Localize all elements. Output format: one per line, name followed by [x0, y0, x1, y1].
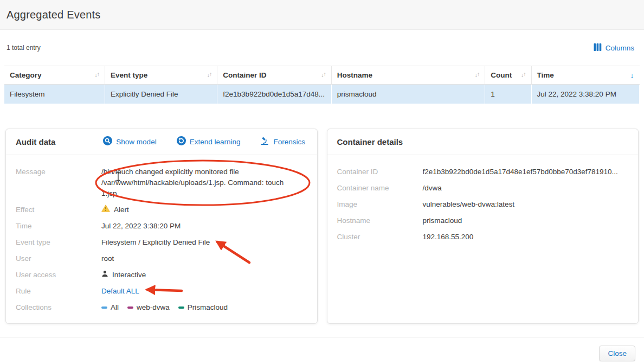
container-field-name: Container name /dvwa: [337, 180, 629, 196]
sort-icon: ↓↑: [94, 72, 99, 78]
extend-learning-icon: [177, 136, 186, 147]
column-header-event-type[interactable]: ↓↑ Event type: [105, 66, 217, 85]
container-field-hostname: Hostname prismacloud: [337, 213, 629, 229]
total-entries-label: 1 total entry: [7, 44, 41, 52]
audit-field-time: Time Jul 22, 2022 3:38:20 PM: [16, 218, 307, 234]
container-hostname-value: prismacloud: [423, 215, 462, 226]
collection-swatch: [127, 306, 133, 309]
column-header-hostname[interactable]: ↓↑ Hostname: [331, 66, 485, 85]
audit-field-effect: Effect Alert: [16, 202, 307, 218]
user-person-icon: [101, 270, 108, 280]
sort-icon: ↓↑: [475, 72, 480, 78]
collection-chip-web-dvwa: web-dvwa: [127, 302, 170, 313]
cell-container-id: f2e1b3b922bd0de1d5a17d48...: [217, 85, 331, 104]
forensics-microscope-icon: [260, 136, 269, 147]
cell-hostname: prismacloud: [331, 85, 485, 104]
audit-message-value: /bin/touch changed explicitly monitored …: [101, 167, 297, 199]
sort-icon: ↓↑: [521, 72, 526, 78]
collection-chip-prismacloud: Prismacloud: [178, 302, 228, 313]
container-image-value: vulnerables/web-dvwa:latest: [423, 199, 515, 210]
close-button[interactable]: Close: [599, 346, 635, 361]
audit-field-collections: Collections All web-dvwa Prismacloud: [16, 299, 307, 316]
table-row[interactable]: Filesystem Explicitly Denied File f2e1b3…: [4, 85, 640, 104]
column-header-time[interactable]: ↓ Time: [531, 66, 639, 85]
container-details-panel: Container details Container ID f2e1b3b92…: [327, 129, 639, 324]
collection-swatch: [178, 306, 184, 309]
audit-time-value: Jul 22, 2022 3:38:20 PM: [101, 221, 181, 232]
page-title: Aggregated Events: [7, 9, 101, 21]
container-field-image: Image vulnerables/web-dvwa:latest: [337, 196, 629, 213]
container-name-value: /dvwa: [423, 183, 442, 194]
container-panel-header: Container details: [327, 129, 639, 155]
sort-icon: ↓↑: [207, 72, 212, 78]
forensics-button[interactable]: Forensics: [260, 136, 305, 147]
audit-panel-title: Audit data: [16, 137, 55, 146]
container-id-value: f2e1b3b922bd0de1d5a17d48e1ef57bd0bbe70d3…: [423, 167, 618, 177]
page-header: Aggregated Events: [0, 0, 644, 30]
show-model-icon: [103, 136, 112, 147]
show-model-button[interactable]: Show model: [103, 136, 156, 147]
column-header-count[interactable]: ↓↑ Count: [485, 66, 531, 85]
audit-field-event-type: Event type Filesystem / Explicitly Denie…: [16, 234, 307, 251]
cell-time: Jul 22, 2022 3:38:20 PM: [531, 85, 639, 104]
audit-data-panel: Audit data Show model Extend learning: [5, 129, 318, 324]
rule-link[interactable]: Default ALL: [101, 286, 139, 297]
events-table: ↓↑ Category ↓↑ Event type ↓↑ Container I…: [4, 66, 640, 104]
column-header-container-id[interactable]: ↓↑ Container ID: [217, 66, 331, 85]
cell-count: 1: [485, 85, 531, 104]
audit-field-message: Message /bin/touch changed explicitly mo…: [16, 164, 307, 202]
table-toolbar: 1 total entry Columns: [0, 41, 644, 55]
columns-button[interactable]: Columns: [590, 43, 637, 53]
extend-learning-button[interactable]: Extend learning: [177, 136, 241, 147]
collection-chip-all: All: [101, 302, 119, 313]
container-panel-title: Container details: [337, 137, 403, 146]
container-cluster-value: 192.168.55.200: [423, 232, 474, 242]
container-field-id: Container ID f2e1b3b922bd0de1d5a17d48e1e…: [337, 164, 629, 180]
audit-field-user: User root: [16, 251, 307, 267]
table-header-row: ↓↑ Category ↓↑ Event type ↓↑ Container I…: [4, 66, 640, 85]
audit-user-access-value: Interactive: [112, 270, 146, 280]
audit-field-rule: Rule Default ALL: [16, 283, 307, 299]
columns-button-label: Columns: [606, 44, 634, 52]
container-field-cluster: Cluster 192.168.55.200: [337, 229, 629, 245]
columns-icon: [594, 43, 602, 53]
audit-field-user-access: User access Interactive: [16, 267, 307, 283]
cell-category: Filesystem: [4, 85, 105, 104]
collection-swatch: [101, 306, 107, 309]
footer: Close: [0, 337, 644, 361]
cell-event-type: Explicitly Denied File: [105, 85, 217, 104]
column-header-category[interactable]: ↓↑ Category: [4, 66, 105, 85]
sort-icon: ↓↑: [321, 72, 326, 78]
audit-effect-value: Alert: [114, 205, 129, 215]
audit-user-value: root: [101, 253, 114, 264]
alert-warning-icon: [101, 205, 110, 215]
sort-descending-icon: ↓: [630, 71, 634, 80]
audit-event-type-value: Filesystem / Explicitly Denied File: [101, 237, 210, 248]
audit-panel-header: Audit data Show model Extend learning: [6, 129, 317, 155]
